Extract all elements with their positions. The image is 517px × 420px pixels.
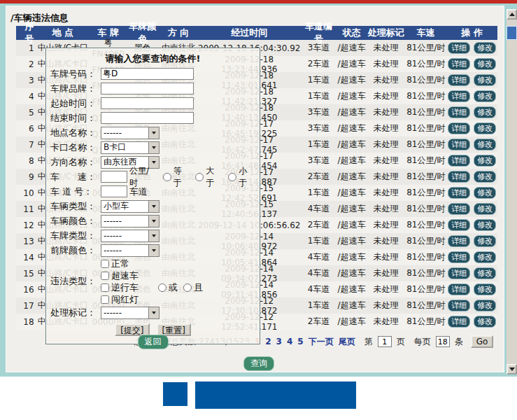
cell-actions: 详细 修改 <box>446 300 497 312</box>
modify-button[interactable]: 修改 <box>474 300 496 312</box>
dropdown-arrow-icon <box>148 216 159 227</box>
front-plate-color-select[interactable]: ------ <box>101 244 160 257</box>
cell-lane: 1车道 <box>301 74 337 86</box>
modify-button[interactable]: 修改 <box>474 90 496 102</box>
go-button[interactable]: Go <box>471 335 494 348</box>
cell-speed: 81公里/时 <box>405 139 446 150</box>
query-button[interactable]: 查询 <box>243 356 274 371</box>
page-link[interactable]: 4 <box>287 337 292 346</box>
page-link[interactable]: 3 <box>276 337 282 346</box>
modify-button[interactable]: 修改 <box>474 251 496 263</box>
detail-button[interactable]: 详细 <box>448 171 470 183</box>
speed-input[interactable] <box>101 171 127 183</box>
modify-button[interactable]: 修改 <box>474 122 496 134</box>
location-select-value: ------ <box>101 128 148 138</box>
modify-button[interactable]: 修改 <box>474 267 496 279</box>
end-time-label: 结束时间： <box>50 112 101 125</box>
cell-lane: 4车道 <box>301 203 337 215</box>
logic-or-radio[interactable] <box>158 284 167 292</box>
detail-button[interactable]: 详细 <box>448 139 470 150</box>
lane-number-input[interactable] <box>101 186 127 197</box>
detail-button[interactable]: 详细 <box>448 187 470 199</box>
modify-button[interactable]: 修改 <box>474 203 496 215</box>
start-time-input[interactable] <box>101 97 194 109</box>
detail-button[interactable]: 详细 <box>448 58 470 70</box>
violation-redlight-checkbox[interactable] <box>101 295 109 304</box>
plate-type-select[interactable]: ------ <box>101 230 160 242</box>
back-button[interactable]: 返回 <box>138 335 169 349</box>
detail-button[interactable]: 详细 <box>448 251 470 263</box>
detail-button[interactable]: 详细 <box>448 155 470 167</box>
checkpoint-name-label: 卡口名称： <box>50 141 101 154</box>
checkpoint-select-value: B卡口 <box>101 141 148 153</box>
modify-button[interactable]: 修改 <box>474 219 496 231</box>
speed-equal-label: 等于 <box>173 165 190 189</box>
vertical-scrollbar[interactable] <box>507 9 517 374</box>
process-mark-label: 处理标记： <box>50 307 101 319</box>
cell-actions: 详细 修改 <box>446 139 497 150</box>
cell-speed: 81公里/时 <box>405 106 446 118</box>
scroll-down-button[interactable] <box>507 364 517 374</box>
speed-label: 车 速： <box>50 171 101 183</box>
table-header-cell: 地 点 <box>36 27 91 39</box>
logic-and-radio[interactable] <box>183 284 192 292</box>
scrollbar-thumb[interactable] <box>507 26 517 40</box>
cell-row-number: 1 <box>16 43 36 53</box>
scroll-up-button[interactable] <box>507 9 517 20</box>
detail-button[interactable]: 详细 <box>448 90 470 102</box>
modify-button[interactable]: 修改 <box>474 284 496 295</box>
cell-status: /超速车 <box>337 267 367 279</box>
detail-button[interactable]: 详细 <box>448 106 470 118</box>
goto-page-input[interactable] <box>378 336 392 347</box>
location-select[interactable]: ------ <box>101 127 160 139</box>
detail-button[interactable]: 详细 <box>448 122 470 134</box>
next-page-link[interactable]: 下一页 <box>309 336 334 348</box>
speed-greater-radio[interactable] <box>195 173 204 181</box>
detail-button[interactable]: 详细 <box>448 74 470 86</box>
table-header-cell: 经过时间 <box>197 27 300 39</box>
page-link[interactable]: 2 <box>265 337 271 346</box>
detail-button[interactable]: 详细 <box>448 300 470 312</box>
cell-status: /超速车 <box>337 155 367 167</box>
checkpoint-select[interactable]: B卡口 <box>101 141 160 154</box>
process-mark-select[interactable]: ------ <box>101 307 160 319</box>
vehicle-color-select[interactable]: ------ <box>101 215 160 227</box>
detail-button[interactable]: 详细 <box>448 284 470 295</box>
page-link[interactable]: 5 <box>297 337 303 346</box>
modify-button[interactable]: 修改 <box>474 42 496 54</box>
violation-wrongway-checkbox[interactable] <box>101 284 109 292</box>
detail-button[interactable]: 详细 <box>448 267 470 279</box>
vehicle-type-select[interactable]: 小型车 <box>101 200 160 213</box>
modify-button[interactable]: 修改 <box>474 235 496 247</box>
violation-normal-checkbox[interactable] <box>101 260 109 268</box>
detail-button[interactable]: 详细 <box>448 42 470 54</box>
violation-type-label: 违法类型： <box>50 275 101 288</box>
last-page-link[interactable]: 尾页 <box>339 336 355 348</box>
detail-button[interactable]: 详细 <box>448 235 470 247</box>
per-page-input[interactable] <box>436 336 450 347</box>
plate-brand-input[interactable] <box>101 83 194 94</box>
modify-button[interactable]: 修改 <box>474 171 496 183</box>
modify-button[interactable]: 修改 <box>474 316 496 328</box>
cell-mark: 未处理 <box>367 74 405 86</box>
cell-row-number: 7 <box>16 140 36 150</box>
cell-status: /超速车 <box>337 74 367 86</box>
speed-less-radio[interactable] <box>228 173 236 181</box>
modify-button[interactable]: 修改 <box>474 58 496 70</box>
detail-button[interactable]: 详细 <box>448 316 470 328</box>
detail-button[interactable]: 详细 <box>448 219 470 231</box>
scroll-down-icon <box>509 368 515 371</box>
plate-number-input[interactable] <box>101 68 194 80</box>
modify-button[interactable]: 修改 <box>474 187 496 199</box>
speed-equal-radio[interactable] <box>163 173 171 181</box>
detail-button[interactable]: 详细 <box>448 203 470 215</box>
modify-button[interactable]: 修改 <box>474 106 496 118</box>
location-name-label: 地点名称： <box>50 127 101 139</box>
modify-button[interactable]: 修改 <box>474 139 496 150</box>
modify-button[interactable]: 修改 <box>474 155 496 167</box>
end-time-input[interactable] <box>101 112 194 124</box>
cell-actions: 详细 修改 <box>446 58 497 70</box>
modify-button[interactable]: 修改 <box>474 74 496 86</box>
blue-block-small <box>163 382 187 406</box>
violation-overspeed-checkbox[interactable] <box>101 272 109 280</box>
